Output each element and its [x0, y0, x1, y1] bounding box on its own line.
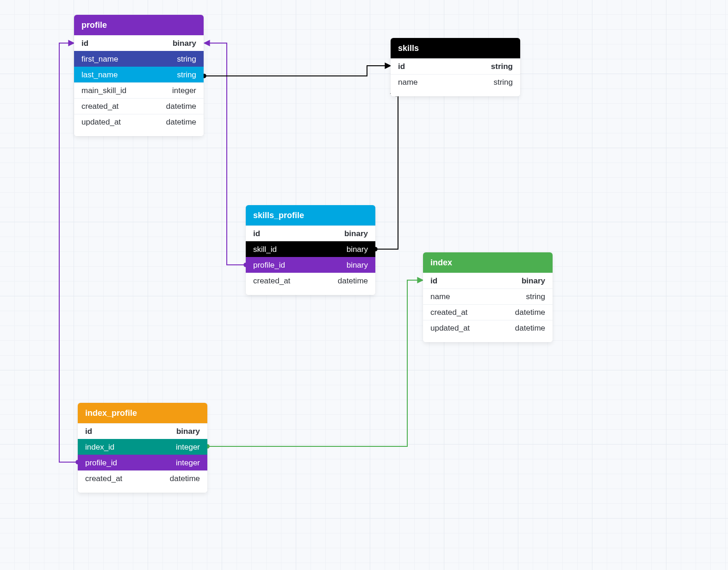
field-index-id[interactable]: id binary [423, 273, 553, 288]
field-index-created-at[interactable]: created_at datetime [423, 304, 553, 320]
table-skills-header[interactable]: skills [391, 38, 520, 58]
field-profile-updated-at[interactable]: updated_at datetime [74, 114, 204, 130]
field-skills-name[interactable]: name string [391, 74, 520, 90]
table-skills-footer [391, 90, 520, 96]
table-profile[interactable]: profile id binary first_name string last… [74, 15, 204, 136]
table-skills-profile[interactable]: skills_profile id binary skill_id binary… [246, 205, 375, 295]
field-profile-last-name[interactable]: last_name string [74, 67, 204, 82]
field-skillsprofile-created-at[interactable]: created_at datetime [246, 273, 375, 288]
table-index-title: index [430, 258, 452, 267]
field-profile-id[interactable]: id binary [74, 35, 204, 51]
table-skills-profile-footer [246, 288, 375, 295]
table-index-profile-footer [78, 486, 207, 493]
table-index-profile-title: index_profile [85, 408, 137, 418]
edge-skillsprofile-skills [375, 94, 398, 249]
edge-profile-skills [204, 66, 391, 76]
table-skills-title: skills [398, 44, 419, 53]
table-index-header[interactable]: index [423, 252, 553, 273]
table-skills-profile-title: skills_profile [253, 211, 304, 220]
field-indexprofile-index-id[interactable]: index_id integer [78, 439, 207, 455]
field-skillsprofile-profile-id[interactable]: profile_id binary [246, 257, 375, 273]
field-skills-id[interactable]: id string [391, 58, 520, 74]
field-profile-main-skill-id[interactable]: main_skill_id integer [74, 82, 204, 98]
table-profile-title: profile [81, 20, 107, 30]
field-index-name[interactable]: name string [423, 288, 553, 304]
field-indexprofile-profile-id[interactable]: profile_id integer [78, 455, 207, 470]
edge-indexprofile-index [207, 280, 423, 446]
table-index-profile-header[interactable]: index_profile [78, 403, 207, 423]
field-indexprofile-id[interactable]: id binary [78, 423, 207, 439]
table-index-footer [423, 336, 553, 342]
table-index-profile[interactable]: index_profile id binary index_id integer… [78, 403, 207, 493]
field-indexprofile-created-at[interactable]: created_at datetime [78, 470, 207, 486]
field-skillsprofile-skill-id[interactable]: skill_id binary [246, 241, 375, 257]
field-skillsprofile-id[interactable]: id binary [246, 225, 375, 241]
field-profile-created-at[interactable]: created_at datetime [74, 98, 204, 114]
table-index[interactable]: index id binary name string created_at d… [423, 252, 553, 342]
table-skills-profile-header[interactable]: skills_profile [246, 205, 375, 225]
table-profile-header[interactable]: profile [74, 15, 204, 35]
field-profile-first-name[interactable]: first_name string [74, 51, 204, 67]
edge-skillsprofile-profile [204, 43, 246, 265]
table-profile-footer [74, 130, 204, 136]
field-index-updated-at[interactable]: updated_at datetime [423, 320, 553, 336]
table-skills[interactable]: skills id string name string [391, 38, 520, 96]
